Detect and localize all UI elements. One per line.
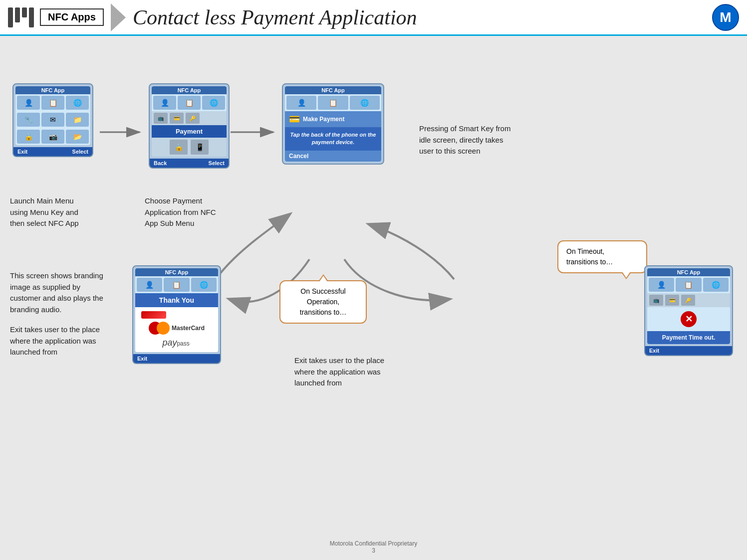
phone2-icon2: 📋 bbox=[178, 96, 201, 110]
phone5-bottom-bar: Exit bbox=[645, 346, 732, 355]
phone1-icon2: 📋 bbox=[41, 96, 64, 110]
motorola-logo: M bbox=[712, 4, 739, 31]
footer-line1: Motorola Confidential Proprietary bbox=[0, 540, 747, 547]
phone3-body: NFC App 👤 📋 🌐 💳 Make Payment Tap the bac… bbox=[282, 83, 384, 165]
phone2-icon3: 🌐 bbox=[202, 96, 225, 110]
phone2-bottom-bar: Back Select bbox=[150, 159, 229, 168]
phone5-sub-icon3: 🔑 bbox=[681, 295, 695, 306]
paypass-dot: · bbox=[190, 341, 191, 347]
phone1-exit-label: Exit bbox=[17, 149, 27, 155]
header: NFC Apps Contact less Payment Applicatio… bbox=[0, 0, 747, 36]
phone5-icon1: 👤 bbox=[649, 278, 674, 292]
phone2-screen: NFC App 👤 📋 🌐 📺 💳 🔑 Payment 🔒 📱 bbox=[152, 86, 227, 157]
timeout-bubble-text: On Timeout, transitions to… bbox=[566, 246, 638, 267]
phone2-sub-icon2: 💳 bbox=[170, 113, 184, 124]
label1-text: Launch Main Menu using Menu Key and then… bbox=[10, 195, 79, 229]
phone4-icon2: 📋 bbox=[164, 278, 189, 292]
label3-text: Pressing of Smart Key from idle screen, … bbox=[419, 123, 559, 157]
phone1-icon-row1: 👤 📋 🌐 bbox=[15, 94, 90, 111]
label2: Choose Payment Application from NFC App … bbox=[145, 195, 216, 229]
paypass-logo: pay pass · bbox=[162, 338, 191, 348]
phone1-body: NFC App 👤 📋 🌐 🔧 ✉ 📁 🔒 📷 📂 bbox=[12, 83, 93, 157]
phone5-icon-row1: 👤 📋 🌐 bbox=[647, 276, 730, 293]
phone5-titlebar: NFC App bbox=[647, 268, 730, 276]
phone5-sub-icon2: 💳 bbox=[665, 295, 679, 306]
phone5-icon3: 🌐 bbox=[703, 278, 729, 292]
bar1 bbox=[8, 7, 13, 27]
label5-text: Exit takes user to the place where the a… bbox=[10, 324, 130, 358]
phone4: NFC App 👤 📋 🌐 Thank You MasterCard bbox=[132, 265, 221, 364]
phone4-body: NFC App 👤 📋 🌐 Thank You MasterCard bbox=[132, 265, 221, 364]
phone2-body: NFC App 👤 📋 🌐 📺 💳 🔑 Payment 🔒 📱 bbox=[149, 83, 230, 169]
phone4-brand-image bbox=[141, 311, 166, 319]
phone5-error-area: ✕ bbox=[647, 307, 730, 331]
label4-text: This screen shows branding image as supp… bbox=[10, 270, 130, 315]
phone4-branding-area: MasterCard pay pass · bbox=[135, 307, 218, 352]
phone2-back-label: Back bbox=[154, 160, 167, 166]
mc-orange-circle bbox=[157, 322, 170, 335]
label4: This screen shows branding image as supp… bbox=[10, 270, 130, 358]
bar3 bbox=[22, 7, 27, 17]
success-bubble-text: On Successful Operation, transitions to… bbox=[288, 286, 358, 318]
label2-text: Choose Payment Application from NFC App … bbox=[145, 195, 216, 229]
footer-page-number: 3 bbox=[0, 547, 747, 554]
phone2-titlebar: NFC App bbox=[152, 86, 227, 94]
pay-text: pay bbox=[162, 338, 177, 348]
phone3-titlebar: NFC App bbox=[285, 86, 381, 94]
phone2-submenu-row1: 📺 💳 🔑 bbox=[152, 111, 227, 125]
phone1-titlebar: NFC App bbox=[15, 86, 90, 94]
phone2-payment-selected: Payment bbox=[152, 125, 227, 138]
phone1-icon9: 📂 bbox=[66, 130, 89, 144]
phone2-icon-lock: 🔒 bbox=[170, 140, 188, 155]
phone5-error-icon: ✕ bbox=[681, 311, 697, 327]
phone3-make-payment-text: Make Payment bbox=[303, 116, 344, 123]
phone1-icon-row3: 🔒 📷 📂 bbox=[15, 128, 90, 145]
phone4-icon3: 🌐 bbox=[191, 278, 217, 292]
nfc-apps-label: NFC Apps bbox=[40, 8, 104, 26]
phone4-thank-you: Thank You bbox=[135, 293, 218, 307]
phone4-bottom-bar: Exit bbox=[133, 354, 220, 363]
phone5-timeout-text: Payment Time out. bbox=[647, 331, 730, 344]
label1: Launch Main Menu using Menu Key and then… bbox=[10, 195, 79, 229]
phone1-icon3: 🌐 bbox=[66, 96, 89, 110]
phone1-icon8: 📷 bbox=[41, 130, 64, 144]
bar2 bbox=[15, 7, 20, 22]
phone4-exit-label: Exit bbox=[137, 356, 147, 362]
page-title: Contact less Payment Application bbox=[133, 5, 712, 29]
phone4-icon-row: 👤 📋 🌐 bbox=[135, 276, 218, 293]
label6: Exit takes user to the place where the a… bbox=[294, 355, 414, 389]
phone1-icon-row2: 🔧 ✉ 📁 bbox=[15, 111, 90, 128]
phone3-icon-row1: 👤 📋 🌐 bbox=[285, 94, 381, 111]
phone5-exit-label: Exit bbox=[649, 348, 659, 354]
phone1-icon4: 🔧 bbox=[17, 113, 40, 127]
phone1-icon1: 👤 bbox=[17, 96, 40, 110]
main-area: NFC App 👤 📋 🌐 🔧 ✉ 📁 🔒 📷 📂 bbox=[0, 36, 747, 555]
phone4-titlebar: NFC App bbox=[135, 268, 218, 276]
header-left: NFC Apps bbox=[8, 3, 133, 31]
phone3-icon2: 📋 bbox=[318, 96, 348, 110]
phone3-make-payment-row: 💳 Make Payment bbox=[285, 111, 381, 127]
bar4 bbox=[29, 7, 34, 27]
mastercard-logo: MasterCard bbox=[149, 322, 205, 335]
phone1: NFC App 👤 📋 🌐 🔧 ✉ 📁 🔒 📷 📂 bbox=[12, 83, 93, 157]
phone2-icon-card: 📱 bbox=[191, 140, 209, 155]
phone1-icon7: 🔒 bbox=[17, 130, 40, 144]
phone1-select-label: Select bbox=[72, 149, 88, 155]
phone5-icon2: 📋 bbox=[676, 278, 701, 292]
phone2-submenu-row2: 🔒 📱 bbox=[152, 138, 227, 157]
phone4-screen: NFC App 👤 📋 🌐 Thank You MasterCard bbox=[135, 268, 218, 352]
phone5-submenu-row: 📺 💳 🔑 bbox=[647, 293, 730, 307]
phone2-sub-icon3: 🔑 bbox=[186, 113, 200, 124]
phone5: NFC App 👤 📋 🌐 📺 💳 🔑 ✕ Payment Time out. bbox=[644, 265, 733, 356]
phone3-icon3: 🌐 bbox=[350, 96, 380, 110]
header-bars bbox=[8, 7, 34, 27]
phone3: NFC App 👤 📋 🌐 💳 Make Payment Tap the bac… bbox=[282, 83, 384, 165]
footer: Motorola Confidential Proprietary 3 bbox=[0, 540, 747, 554]
phone3-tap-instruction: Tap the back of the phone on the payment… bbox=[285, 127, 381, 151]
phone1-icon6: 📁 bbox=[66, 113, 89, 127]
label6-text: Exit takes user to the place where the a… bbox=[294, 355, 414, 389]
phone2-select-label: Select bbox=[209, 160, 225, 166]
phone1-icon5: ✉ bbox=[41, 113, 64, 127]
phone5-sub-icon1: 📺 bbox=[649, 295, 663, 306]
success-bubble-tail-inner bbox=[319, 276, 327, 282]
